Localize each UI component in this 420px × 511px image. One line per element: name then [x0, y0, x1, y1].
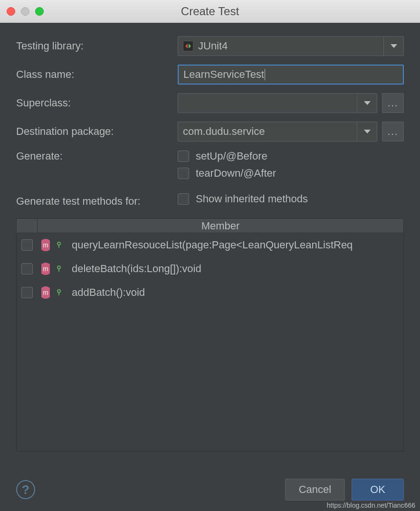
method-icon: m	[39, 286, 52, 299]
visibility-icon	[57, 265, 64, 273]
setup-checkbox[interactable]	[178, 151, 189, 162]
destination-package-label: Destination package:	[16, 125, 178, 138]
chevron-down-icon[interactable]	[357, 122, 377, 141]
setup-label: setUp/@Before	[196, 150, 267, 162]
svg-point-2	[57, 242, 60, 245]
svg-point-4	[57, 266, 60, 269]
testing-library-value: JUnit4	[198, 40, 383, 52]
show-inherited-checkbox[interactable]	[178, 193, 189, 205]
teardown-label: tearDown/@After	[196, 167, 276, 180]
superclass-browse-button[interactable]: ...	[382, 93, 404, 113]
visibility-icon	[57, 289, 64, 296]
ok-button[interactable]: OK	[352, 479, 404, 501]
testing-library-label: Testing library:	[16, 40, 178, 52]
member-column-header: Member	[38, 219, 403, 233]
generate-methods-label: Generate test methods for:	[16, 195, 178, 208]
member-name: addBatch():void	[72, 286, 145, 299]
help-button[interactable]: ?	[16, 480, 35, 499]
member-row[interactable]: mqueryLearnResouceList(page:Page<LeanQue…	[17, 233, 403, 257]
svg-rect-3	[58, 245, 59, 248]
testing-library-combo[interactable]: JUnit4	[178, 36, 404, 56]
teardown-checkbox[interactable]	[178, 168, 189, 179]
member-row[interactable]: mdeleteBatch(ids:Long[]):void	[17, 257, 403, 281]
text-cursor	[265, 69, 265, 80]
class-name-label: Class name:	[16, 68, 178, 81]
watermark: https://blog.csdn.net/Tianc666	[327, 502, 415, 509]
destination-package-browse-button[interactable]: ...	[382, 122, 404, 142]
svg-marker-0	[185, 44, 188, 48]
dialog-footer: ? Cancel OK	[16, 479, 404, 501]
svg-rect-7	[58, 293, 59, 295]
member-checkbox[interactable]	[21, 239, 33, 251]
class-name-value: LearnServiceTest	[183, 68, 264, 81]
chevron-down-icon[interactable]	[383, 37, 403, 56]
svg-point-6	[57, 290, 60, 293]
class-name-input[interactable]: LearnServiceTest	[178, 65, 404, 85]
superclass-combo[interactable]	[178, 93, 377, 113]
member-checkbox[interactable]	[21, 287, 33, 298]
members-header: Member	[17, 219, 403, 233]
superclass-label: Superclass:	[16, 97, 178, 109]
members-table: Member mqueryLearnResouceList(page:Page<…	[16, 218, 404, 451]
titlebar: Create Test	[0, 0, 420, 23]
svg-rect-5	[58, 269, 59, 272]
show-inherited-label: Show inherited methods	[196, 193, 308, 205]
visibility-icon	[57, 241, 64, 249]
member-name: deleteBatch(ids:Long[]):void	[72, 263, 201, 275]
window-title: Create Test	[0, 5, 420, 18]
destination-package-combo[interactable]: com.dudu.service	[178, 122, 377, 142]
svg-marker-1	[189, 44, 191, 48]
destination-package-value: com.dudu.service	[183, 125, 357, 138]
generate-label: Generate:	[16, 150, 178, 162]
member-row[interactable]: maddBatch():void	[17, 281, 403, 304]
method-icon: m	[39, 239, 52, 251]
member-checkbox[interactable]	[21, 263, 33, 274]
cancel-button[interactable]: Cancel	[285, 479, 345, 501]
method-icon: m	[39, 263, 52, 275]
chevron-down-icon[interactable]	[357, 94, 377, 113]
member-name: queryLearnResouceList(page:Page<LeanQuer…	[72, 239, 353, 251]
dialog-content: Testing library: JUnit4 Class name: Lear…	[0, 23, 420, 451]
junit-icon	[183, 41, 193, 51]
